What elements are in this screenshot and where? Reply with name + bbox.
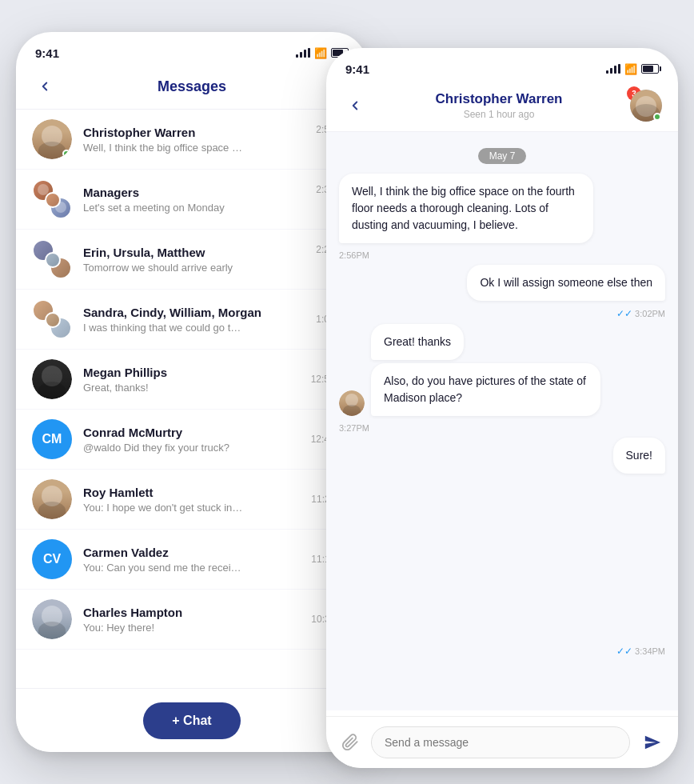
status-bar-left: 9:41 📶 bbox=[16, 32, 368, 67]
date-label: May 7 bbox=[478, 148, 527, 164]
status-time-right: 9:41 bbox=[345, 62, 369, 76]
list-item[interactable]: Managers Let's set a meeting on Monday 2… bbox=[16, 170, 368, 230]
list-item[interactable]: Sandra, Cindy, William, Morgan I was thi… bbox=[16, 290, 368, 350]
message-timestamp: ✓✓ 3:34PM bbox=[339, 646, 665, 657]
chat-contact-status: Seen 1 hour ago bbox=[368, 109, 630, 120]
signal-icon-right bbox=[606, 64, 620, 74]
list-item[interactable]: Megan Phillips Great, thanks! 12:56 PM bbox=[16, 350, 368, 410]
contact-name: Managers bbox=[83, 186, 316, 199]
chat-contact-name: Christopher Warren bbox=[368, 91, 630, 107]
online-indicator bbox=[653, 113, 661, 121]
messages-phone: 9:41 📶 Messages bbox=[16, 32, 368, 752]
signal-icon-left bbox=[296, 48, 310, 58]
chat-messages-area[interactable]: May 7 Well, I think the big office space… bbox=[326, 132, 678, 710]
group-avatar bbox=[32, 299, 72, 339]
message-bubble-received: Great! thanks bbox=[371, 324, 464, 360]
group-avatar bbox=[32, 179, 72, 219]
message-text: Great! thanks bbox=[384, 335, 451, 348]
message-bubble-received: Well, I think the big office space on th… bbox=[339, 174, 593, 243]
contact-name: Christopher Warren bbox=[83, 126, 316, 139]
message-list: Christopher Warren Well, I think the big… bbox=[16, 110, 368, 682]
list-item[interactable]: CM Conrad McMurtry @waldo Did they fix y… bbox=[16, 410, 368, 470]
message-preview: Tomorrow we should arrive early bbox=[83, 262, 243, 274]
avatar bbox=[32, 479, 72, 519]
message-preview: You: I hope we don't get stuck in traffi… bbox=[83, 502, 243, 514]
send-button[interactable] bbox=[638, 728, 667, 757]
message-group-received: Great! thanks Also, do you have pictures… bbox=[339, 324, 665, 416]
read-receipts: ✓✓ bbox=[616, 646, 632, 657]
message-bubble-sent: Sure! bbox=[613, 438, 665, 474]
date-divider: May 7 bbox=[339, 148, 665, 162]
list-item[interactable]: CV Carmen Valdez You: Can you send me th… bbox=[16, 530, 368, 590]
message-preview: I was thinking that we could go to the..… bbox=[83, 322, 243, 334]
message-content: Erin, Ursula, Matthew Tomorrow we should… bbox=[83, 246, 316, 274]
list-item[interactable]: Erin, Ursula, Matthew Tomorrow we should… bbox=[16, 230, 368, 290]
message-preview: Great, thanks! bbox=[83, 382, 243, 394]
list-item[interactable]: Christopher Warren Well, I think the big… bbox=[16, 110, 368, 170]
chat-header-info: Christopher Warren Seen 1 hour ago bbox=[368, 91, 630, 120]
message-content: Managers Let's set a meeting on Monday bbox=[83, 186, 316, 214]
message-text: Ok I will assign someone else then bbox=[480, 276, 652, 289]
bubble-group: Great! thanks Also, do you have pictures… bbox=[371, 324, 665, 416]
message-timestamp: 2:56PM bbox=[339, 250, 665, 260]
avatar bbox=[32, 599, 72, 639]
group-avatar bbox=[32, 239, 72, 279]
contact-name: Roy Hamlett bbox=[83, 486, 311, 499]
avatar bbox=[32, 119, 72, 159]
wifi-icon-right: 📶 bbox=[624, 63, 637, 75]
avatar-initials: CM bbox=[32, 419, 72, 459]
contact-name: Charles Hampton bbox=[83, 606, 311, 619]
status-bar-right: 9:41 📶 bbox=[326, 48, 678, 83]
wifi-icon-left: 📶 bbox=[314, 47, 327, 59]
read-receipts: ✓✓ bbox=[616, 308, 632, 319]
sender-avatar bbox=[339, 390, 365, 416]
message-bubble-received: Also, do you have pictures of the state … bbox=[371, 363, 600, 416]
message-text: Sure! bbox=[626, 449, 652, 462]
messages-title: Messages bbox=[58, 78, 326, 95]
contact-name: Carmen Valdez bbox=[83, 546, 311, 559]
chat-button-label: + Chat bbox=[172, 714, 211, 728]
back-button-chat[interactable] bbox=[342, 93, 368, 118]
message-preview: Well, I think the big office space on th… bbox=[83, 142, 243, 154]
message-bubble-sent: Ok I will assign someone else then bbox=[467, 265, 665, 301]
message-content: Roy Hamlett You: I hope we don't get stu… bbox=[83, 486, 311, 514]
chat-avatar-container[interactable]: 3 bbox=[630, 90, 662, 122]
message-content: Charles Hampton You: Hey there! bbox=[83, 606, 311, 634]
message-content: Megan Phillips Great, thanks! bbox=[83, 366, 311, 394]
attachment-button[interactable] bbox=[337, 730, 363, 755]
contact-name: Conrad McMurtry bbox=[83, 426, 311, 439]
chat-input-bar bbox=[326, 716, 678, 768]
message-preview: @waldo Did they fix your truck? bbox=[83, 442, 243, 454]
chat-phone: 9:41 📶 Christopher Warren bbox=[326, 48, 678, 768]
messages-header: Messages bbox=[16, 67, 368, 110]
scene: 9:41 📶 Messages bbox=[0, 0, 694, 784]
message-preview: Let's set a meeting on Monday bbox=[83, 202, 243, 214]
message-content: Conrad McMurtry @waldo Did they fix your… bbox=[83, 426, 311, 454]
avatar bbox=[32, 359, 72, 399]
message-preview: You: Can you send me the receipt? bbox=[83, 562, 243, 574]
message-content: Christopher Warren Well, I think the big… bbox=[83, 126, 316, 154]
status-time-left: 9:41 bbox=[35, 46, 59, 60]
message-content: Sandra, Cindy, William, Morgan I was thi… bbox=[83, 306, 316, 334]
avatar-initials: CV bbox=[32, 539, 72, 579]
contact-name: Megan Phillips bbox=[83, 366, 311, 379]
back-button[interactable] bbox=[32, 74, 58, 99]
message-preview: You: Hey there! bbox=[83, 622, 243, 634]
chat-header: Christopher Warren Seen 1 hour ago 3 bbox=[326, 83, 678, 132]
message-content: Carmen Valdez You: Can you send me the r… bbox=[83, 546, 311, 574]
contact-name: Erin, Ursula, Matthew bbox=[83, 246, 316, 259]
status-icons-right: 📶 bbox=[606, 63, 659, 75]
contact-name: Sandra, Cindy, William, Morgan bbox=[83, 306, 316, 319]
list-item[interactable]: Roy Hamlett You: I hope we don't get stu… bbox=[16, 470, 368, 530]
message-timestamp: 3:27PM bbox=[339, 423, 665, 433]
message-text: Also, do you have pictures of the state … bbox=[384, 374, 586, 404]
bottom-bar: + Chat bbox=[16, 688, 368, 752]
battery-icon-right bbox=[641, 64, 659, 74]
message-timestamp: ✓✓ 3:02PM bbox=[339, 308, 665, 319]
list-item[interactable]: Charles Hampton You: Hey there! 10:36 AM bbox=[16, 590, 368, 650]
message-text: Well, I think the big office space on th… bbox=[352, 185, 575, 231]
new-chat-button[interactable]: + Chat bbox=[143, 702, 240, 739]
message-input[interactable] bbox=[371, 726, 630, 758]
